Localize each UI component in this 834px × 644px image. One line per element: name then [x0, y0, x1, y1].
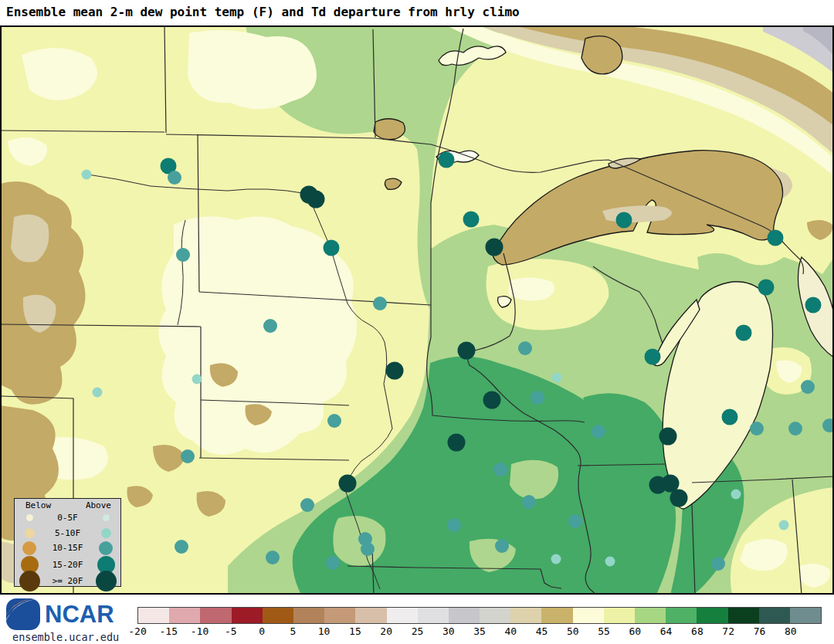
legend-row-label: 15-20F	[44, 560, 91, 570]
colorbar-tick: 80	[785, 625, 797, 637]
colorbar-segment	[449, 608, 480, 623]
nipigon-islands	[581, 36, 622, 74]
colorbar-segment	[666, 608, 697, 623]
colorbar-tick: 30	[442, 625, 455, 637]
station-dot	[168, 171, 181, 185]
station-dot	[458, 342, 476, 360]
legend-row: 10-15F	[15, 541, 120, 556]
station-dot	[731, 490, 741, 500]
station-dot	[448, 434, 466, 452]
station-dot	[659, 428, 677, 446]
legend-swatch	[103, 514, 110, 521]
colorbar-segment	[293, 608, 324, 623]
station-dot	[522, 495, 536, 509]
station-dot	[805, 297, 822, 314]
legend-rows: 0-5F5-10F10-15F15-20F>= 20F	[15, 510, 120, 586]
station-dot	[531, 391, 544, 405]
station-dot	[463, 212, 480, 228]
station-dot	[82, 170, 92, 180]
station-dot	[779, 520, 789, 530]
station-dot	[181, 449, 195, 463]
legend-swatch	[26, 514, 33, 521]
colorbar-tick: -20	[128, 625, 146, 637]
station-dot	[361, 542, 375, 556]
station-dot	[768, 230, 784, 246]
colorbar-segment	[697, 608, 727, 623]
colorbar-tick: 45	[536, 625, 548, 637]
header: Ensemble mean 2-m dew point temp (F) and…	[0, 0, 834, 25]
station-dot	[339, 475, 357, 493]
colorbar-segment	[573, 608, 604, 623]
legend-swatch	[99, 541, 113, 555]
colorbar-tick: -10	[191, 625, 208, 637]
station-dot	[327, 414, 341, 428]
ncar-logo-mark	[6, 598, 40, 630]
station-dot	[801, 380, 815, 394]
station-dot	[711, 557, 725, 571]
colorbar-segment	[635, 608, 666, 623]
colorbar-tick: 72	[722, 625, 734, 637]
station-dot	[605, 557, 615, 567]
colorbar-tick: 15	[349, 625, 361, 637]
colorbar-segment	[728, 608, 759, 623]
colorbar-tick: 50	[567, 625, 579, 637]
station-dot	[307, 191, 325, 208]
colorbar-segment	[759, 608, 790, 623]
colorbar-tick: 25	[412, 625, 424, 637]
station-dot	[616, 212, 632, 229]
station-dot	[300, 498, 314, 512]
colorbar-tick: 60	[629, 625, 642, 637]
colorbar-segment	[510, 608, 541, 623]
station-dot	[645, 349, 661, 365]
station-dot	[493, 463, 507, 476]
colorbar-tick: 40	[504, 625, 517, 637]
station-dot	[373, 297, 387, 310]
colorbar-tick: 10	[318, 625, 331, 637]
station-dot	[326, 556, 340, 570]
station-dot	[568, 514, 582, 528]
station-dot	[670, 490, 688, 507]
station-dot	[592, 425, 605, 439]
colorbar-tick: 5	[290, 625, 296, 637]
station-dot	[447, 518, 461, 532]
station-dot	[736, 325, 752, 341]
station-dot	[758, 280, 775, 296]
legend-swatch	[96, 571, 117, 591]
legend-swatch	[101, 528, 111, 538]
page-title: Ensemble mean 2-m dew point temp (F) and…	[6, 5, 520, 19]
footer: NCAR ensemble.ucar.edu -20-15-10-5051015…	[0, 595, 834, 644]
colorbar-segment	[790, 608, 821, 623]
station-dot	[439, 152, 455, 168]
station-dot	[266, 551, 280, 564]
station-dot	[552, 373, 562, 383]
colorbar-segment	[232, 608, 263, 623]
weather-map-page: Ensemble mean 2-m dew point temp (F) and…	[0, 0, 834, 644]
colorbar-segment	[355, 608, 386, 623]
station-dot	[750, 422, 764, 436]
station-dot	[788, 422, 802, 436]
devils-lake	[374, 119, 405, 140]
map-canvas	[0, 25, 834, 595]
colorbar-segment	[541, 608, 572, 623]
colorbar-tick: 76	[754, 625, 766, 637]
colorbar-tick: 35	[473, 625, 486, 637]
dewpoint-colorbar	[137, 607, 822, 624]
legend-row-label: 10-15F	[44, 543, 91, 553]
colorbar-tick: 68	[691, 625, 703, 637]
map-area: Below Above 0-5F5-10F10-15F15-20F>= 20F	[0, 25, 834, 595]
departure-legend: Below Above 0-5F5-10F10-15F15-20F>= 20F	[14, 498, 121, 587]
colorbar-segment	[263, 608, 293, 623]
colorbar-tick: 20	[380, 625, 392, 637]
colorbar-segment	[480, 608, 510, 623]
station-dot	[176, 248, 190, 262]
colorbar-tick-labels: -20-15-10-505101520253035404550556064687…	[137, 625, 822, 641]
station-dot	[386, 362, 404, 380]
colorbar-segment	[387, 608, 418, 623]
legend-row-label: >= 20F	[44, 576, 91, 586]
station-dot	[486, 239, 503, 256]
legend-swatch	[22, 541, 36, 555]
site-url: ensemble.ucar.edu	[12, 631, 119, 643]
legend-row-label: 0-5F	[44, 513, 91, 523]
legend-below-header: Below	[25, 500, 51, 510]
legend-row: >= 20F	[15, 571, 120, 586]
